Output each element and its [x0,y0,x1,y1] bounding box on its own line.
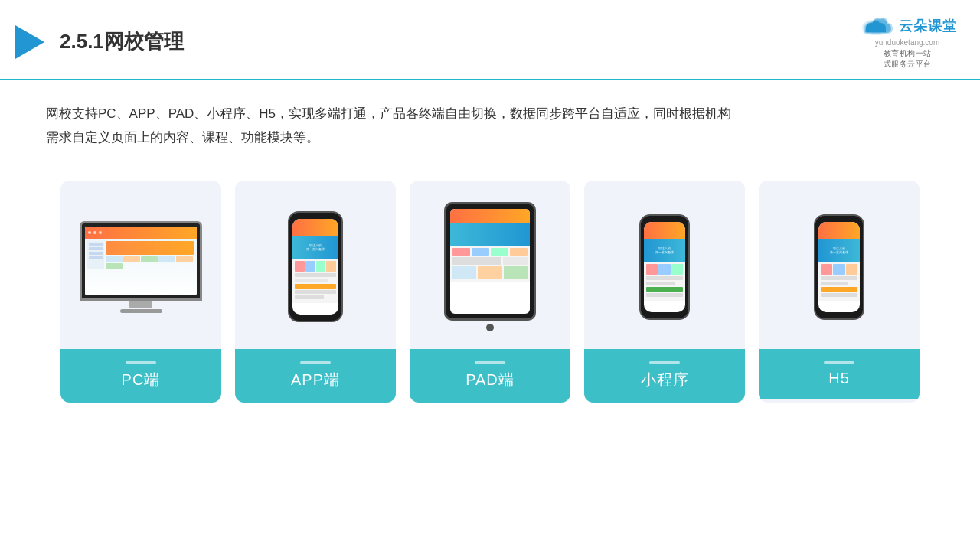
phone-banner-mini: 职达人的第一堂兴趣课 [644,239,685,262]
card-pc: PC端 [60,181,221,403]
phone-notch-h5 [831,218,848,222]
play-icon [15,25,44,59]
description-line1: 网校支持PC、APP、PAD、小程序、H5，实现多端打通，产品各终端自由切换，数… [46,102,796,126]
phone-outer-mini: 职达人的第一堂兴趣课 [639,214,690,320]
tablet-banner [450,223,530,246]
pc-body [85,239,197,272]
pc-base [120,309,162,313]
app-preview: 职达人的第一堂兴趣课 [235,181,396,349]
page-title: 2.5.1网校管理 [60,28,184,55]
phone-banner-text-app: 职达人的第一堂兴趣课 [306,243,325,251]
phone-screen-mini: 职达人的第一堂兴趣课 [644,222,685,312]
card-miniprogram: 职达人的第一堂兴趣课 [584,181,745,403]
phone-banner-text-h5: 职达人的第一堂兴趣课 [830,246,848,254]
tablet-content [450,246,530,282]
phone-top-app [292,219,338,236]
card-app: 职达人的第一堂兴趣课 [235,181,396,403]
logo-area: 云朵课堂 yunduoketang.com 教育机构一站 式服务云平台 [858,14,957,70]
divider [824,361,854,364]
tablet-topbar [450,209,530,223]
card-label-h5: H5 [759,349,920,399]
card-label-pad: PAD端 [410,349,570,403]
miniprogram-preview: 职达人的第一堂兴趣课 [584,181,745,349]
pc-stand [129,301,152,308]
pc-main [106,241,194,269]
cards-container: PC端 职达人的第一堂兴趣课 [0,158,980,418]
pc-screen-content [85,227,197,295]
h5-preview: 职达人的第一堂兴趣课 [759,181,920,349]
logo-cloud: 云朵课堂 [858,14,957,38]
pc-content [106,256,194,269]
phone-top-h5 [818,222,860,239]
pc-screen-inner [85,227,197,295]
logo-url: yunduoketang.com [875,38,940,47]
logo-subtitle: 教育机构一站 式服务云平台 [884,48,932,70]
phone-mockup-mini: 职达人的第一堂兴趣课 [639,214,690,320]
svg-rect-5 [866,28,886,32]
pc-screen-outer [80,221,202,301]
phone-banner-h5: 职达人的第一堂兴趣课 [818,239,860,262]
description-line2: 需求自定义页面上的内容、课程、功能模块等。 [46,126,796,149]
divider [126,361,156,364]
page-header: 2.5.1网校管理 云朵课堂 yunduoketang.com 教育机构一站 式… [0,0,980,80]
phone-top-mini [644,222,685,239]
phone-mockup-app: 职达人的第一堂兴趣课 [288,211,343,322]
tablet-outer [444,202,536,321]
pc-mockup [80,221,202,313]
tablet-screen [450,209,530,314]
phone-content-h5 [818,262,860,301]
dot1 [88,231,91,234]
phone-banner-text-mini: 职达人的第一堂兴趣课 [655,246,674,254]
pc-top-bar [85,227,197,239]
tablet-mockup [444,202,536,331]
header-left: 2.5.1网校管理 [15,25,184,59]
pc-preview [60,181,221,349]
description-block: 网校支持PC、APP、PAD、小程序、H5，实现多端打通，产品各终端自由切换，数… [0,80,842,158]
dot2 [93,231,96,234]
card-pad: PAD端 [410,181,570,403]
cloud-icon [858,14,894,38]
phone-screen-app: 职达人的第一堂兴趣课 [292,219,338,315]
tablet-home [486,324,494,331]
pc-sidebar [87,241,104,269]
phone-content-mini [644,262,685,301]
divider [649,361,680,364]
pc-banner [106,241,194,255]
divider [300,361,331,364]
card-label-miniprogram: 小程序 [584,349,745,403]
card-label-app: APP端 [235,349,396,403]
phone-outer-h5: 职达人的第一堂兴趣课 [814,214,864,320]
card-label-pc: PC端 [60,349,221,403]
phone-notch-app [307,215,324,219]
logo-text: 云朵课堂 [899,17,957,35]
phone-notch-mini [656,218,673,222]
dot3 [99,231,102,234]
phone-mockup-h5: 职达人的第一堂兴趣课 [814,214,864,320]
phone-banner-app: 职达人的第一堂兴趣课 [292,236,338,259]
divider [475,361,505,364]
phone-content-app [292,259,338,303]
card-h5: 职达人的第一堂兴趣课 [759,181,920,403]
phone-screen-h5: 职达人的第一堂兴趣课 [818,222,860,312]
pad-preview [410,181,570,349]
phone-outer-app: 职达人的第一堂兴趣课 [288,211,343,322]
